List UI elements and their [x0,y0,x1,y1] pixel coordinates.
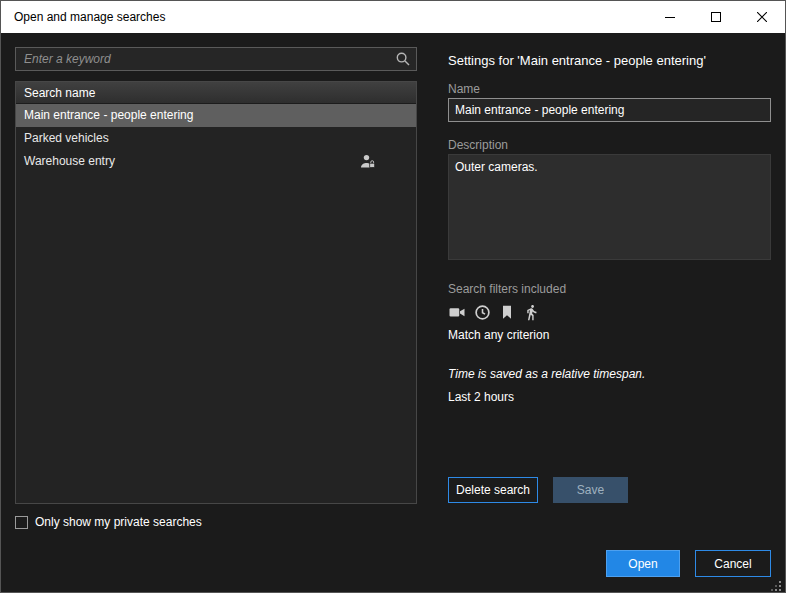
keyword-search [15,47,417,71]
close-button[interactable] [739,1,785,33]
person-walk-icon [523,304,540,321]
maximize-button[interactable] [693,1,739,33]
name-label: Name [448,82,771,96]
relative-timespan-note: Time is saved as a relative timespan. [448,367,771,381]
private-searches-filter: Only show my private searches [15,515,202,529]
window-title: Open and manage searches [14,10,165,24]
name-input[interactable] [448,98,771,122]
list-item-label: Main entrance - people entering [24,108,193,122]
search-filters-label: Search filters included [448,282,771,296]
cancel-button[interactable]: Cancel [695,550,771,577]
open-and-manage-searches-dialog: Open and manage searches [0,0,786,593]
list-item-label: Warehouse entry [24,154,115,168]
window-controls [647,1,785,33]
search-filter-icons [448,303,771,321]
description-label: Description [448,138,771,152]
timespan-value: Last 2 hours [448,390,771,404]
save-button[interactable]: Save [553,477,628,503]
settings-heading: Settings for 'Main entrance - people ent… [448,53,771,68]
saved-searches-list: Search name Main entrance - people enter… [15,81,417,504]
only-private-checkbox-label[interactable]: Only show my private searches [35,515,202,529]
list-item-main-entrance[interactable]: Main entrance - people entering [16,104,416,127]
minimize-button[interactable] [647,1,693,33]
clock-icon [474,304,491,321]
list-item-parked-vehicles[interactable]: Parked vehicles [16,127,416,150]
delete-search-button[interactable]: Delete search [448,477,538,503]
bookmark-icon [499,304,515,320]
title-bar[interactable]: Open and manage searches [1,1,785,33]
search-icon [395,51,411,67]
resize-grip[interactable] [771,578,782,589]
match-criterion-text: Match any criterion [448,328,771,342]
private-search-icon [359,153,376,170]
close-icon [757,12,767,22]
description-textarea[interactable]: Outer cameras. [448,154,771,260]
minimize-icon [665,12,675,22]
maximize-icon [711,12,721,22]
camera-icon [448,303,466,321]
search-input[interactable] [15,47,417,71]
list-item-label: Parked vehicles [24,131,109,145]
list-column-header[interactable]: Search name [16,82,416,104]
list-item-warehouse-entry[interactable]: Warehouse entry [16,150,416,173]
only-private-checkbox[interactable] [15,516,28,529]
open-button[interactable]: Open [606,550,680,577]
